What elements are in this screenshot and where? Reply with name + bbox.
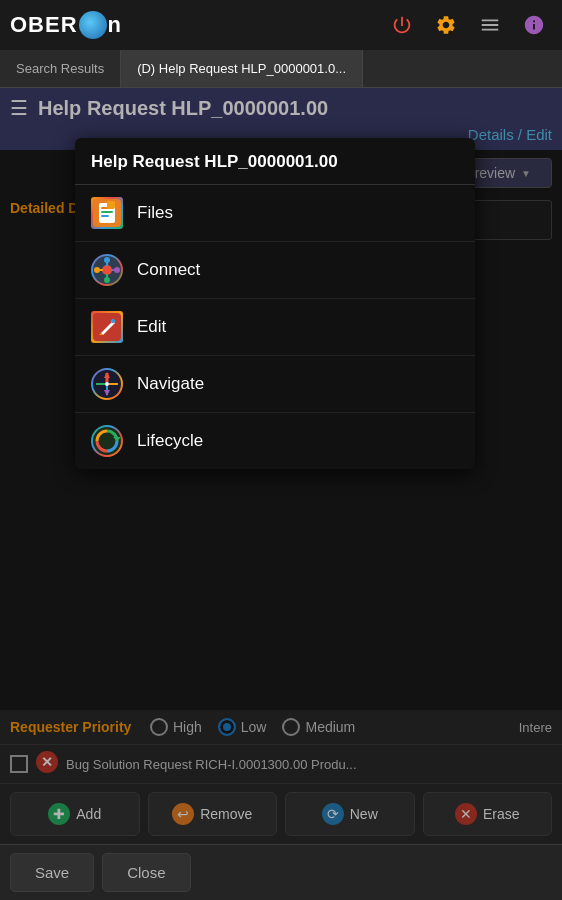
navigate-label: Navigate: [137, 374, 204, 394]
files-label: Files: [137, 203, 173, 223]
context-menu-item-files[interactable]: Files: [75, 185, 475, 242]
info-button[interactable]: [516, 7, 552, 43]
svg-point-14: [94, 267, 100, 273]
tab-bar: Search Results (D) Help Request HLP_0000…: [0, 50, 562, 88]
svg-point-15: [114, 267, 120, 273]
files-icon: [91, 197, 123, 229]
menu-button[interactable]: [472, 7, 508, 43]
edit-label: Edit: [137, 317, 166, 337]
svg-point-19: [105, 382, 109, 386]
logo-circle: [79, 11, 107, 39]
context-menu-item-edit[interactable]: Edit: [75, 299, 475, 356]
connect-label: Connect: [137, 260, 200, 280]
svg-point-7: [102, 265, 112, 275]
navigate-icon: [91, 368, 123, 400]
edit-icon: [91, 311, 123, 343]
settings-button[interactable]: [428, 7, 464, 43]
context-menu-item-connect[interactable]: Connect: [75, 242, 475, 299]
tab-search-results[interactable]: Search Results: [0, 50, 121, 87]
svg-point-12: [104, 257, 110, 263]
top-bar: OBER n: [0, 0, 562, 50]
svg-point-13: [104, 277, 110, 283]
lifecycle-label: Lifecycle: [137, 431, 203, 451]
content-area: ☰ Help Request HLP_0000001.00 Details / …: [0, 88, 562, 900]
context-menu-item-navigate[interactable]: Navigate: [75, 356, 475, 413]
context-menu-item-lifecycle[interactable]: Lifecycle: [75, 413, 475, 469]
context-menu: Help Request HLP_0000001.00 Files Connec…: [75, 138, 475, 469]
svg-rect-5: [107, 201, 115, 209]
logo: OBER n: [10, 11, 122, 39]
tab-help-request[interactable]: (D) Help Request HLP_0000001.0...: [121, 50, 363, 87]
logo-text-2: n: [108, 12, 122, 38]
power-button[interactable]: [384, 7, 420, 43]
top-icons: [384, 7, 552, 43]
svg-rect-3: [101, 211, 113, 213]
lifecycle-icon: [91, 425, 123, 457]
connect-icon: [91, 254, 123, 286]
svg-rect-4: [101, 215, 109, 217]
logo-text-1: OBER: [10, 12, 78, 38]
context-menu-title: Help Request HLP_0000001.00: [75, 138, 475, 185]
